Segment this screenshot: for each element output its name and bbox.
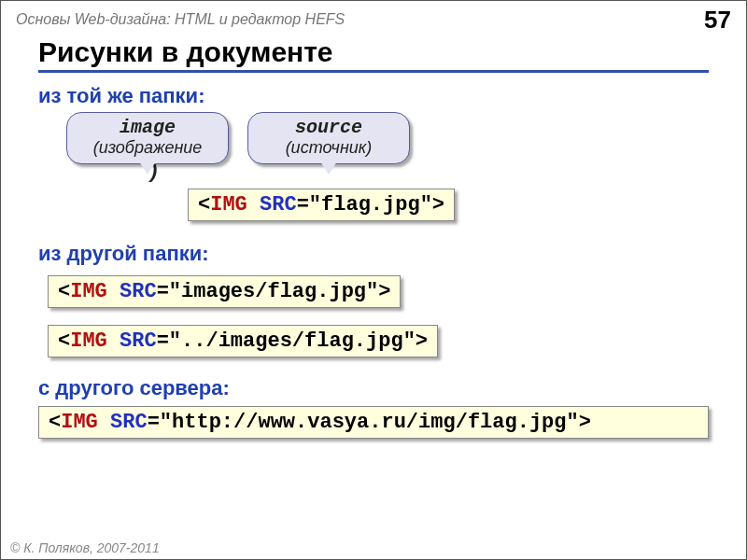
callout-source: source (источник) (247, 112, 410, 164)
callout-image-meaning: (изображение (82, 138, 213, 158)
code-other-folder-1: <IMG SRC="images/flag.jpg"> (48, 275, 401, 308)
code-open: < (198, 193, 210, 217)
code-rest: ="flag.jpg"> (297, 193, 444, 217)
code2b-open: < (58, 329, 70, 353)
course-title: Основы Web-дизайна: HTML и редактор HEFS (16, 11, 345, 28)
callouts-row: image (изображение source (источник) (66, 112, 709, 164)
header-bar: Основы Web-дизайна: HTML и редактор HEFS… (1, 1, 746, 35)
code2a-tag: IMG (70, 280, 107, 303)
code3-rest: ="http://www.vasya.ru/img/flag.jpg"> (148, 411, 591, 434)
code-same-folder: <IMG SRC="flag.jpg"> (188, 189, 455, 221)
code2b-tag: IMG (70, 329, 107, 353)
code-other-server: <IMG SRC="http://www.vasya.ru/img/flag.j… (38, 406, 709, 439)
code3-attr: SRC (110, 411, 148, 434)
slide-number: 57 (704, 6, 731, 35)
code-other-folder-2: <IMG SRC="../images/flag.jpg"> (48, 325, 438, 357)
code2b-attr: SRC (120, 329, 157, 353)
section-label-other-folder: из другой папки: (38, 242, 709, 266)
section-label-same-folder: из той же папки: (38, 84, 709, 108)
code-tag-img: IMG (210, 193, 247, 217)
close-paren: ) (150, 159, 709, 183)
code2a-open: < (58, 280, 70, 303)
code3-space (98, 411, 110, 434)
section-label-other-server: с другого сервера: (38, 376, 709, 400)
callout-image-word: image (82, 117, 213, 138)
content: из той же папки: image (изображение sour… (1, 73, 746, 439)
callout-image: image (изображение (66, 112, 229, 164)
footer: © К. Поляков, 2007-2011 (10, 540, 160, 555)
callout-source-meaning: (источник) (263, 138, 394, 158)
slide: Основы Web-дизайна: HTML и редактор HEFS… (0, 0, 747, 560)
code3-tag: IMG (61, 411, 98, 434)
copyright-icon: © (10, 540, 20, 555)
callout-source-word: source (263, 117, 394, 138)
title-block: Рисунки в документе (38, 36, 709, 73)
code3-open: < (49, 411, 61, 434)
code2a-rest: ="images/flag.jpg"> (157, 280, 391, 303)
code-space (247, 193, 260, 217)
code2a-space (107, 280, 120, 303)
code2a-attr: SRC (120, 280, 157, 303)
code2b-space (107, 329, 120, 353)
slide-title: Рисунки в документе (38, 36, 709, 70)
code-attr-src: SRC (260, 193, 297, 217)
code2b-rest: ="../images/flag.jpg"> (157, 329, 428, 353)
footer-text: К. Поляков, 2007-2011 (20, 540, 159, 555)
